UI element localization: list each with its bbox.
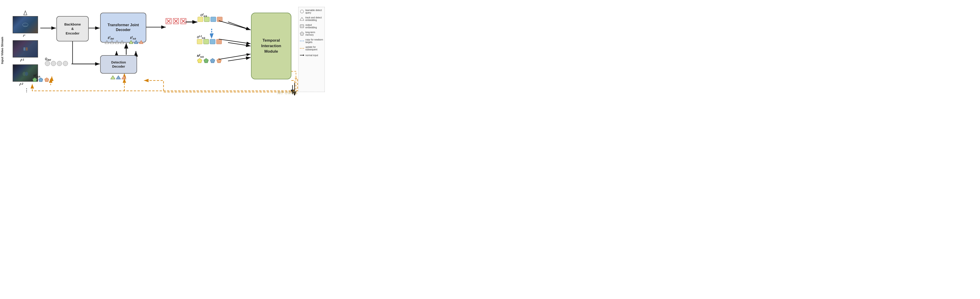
legend-box: learnable detect query track and detect … [298,7,325,92]
svg-marker-54 [197,59,202,63]
orange-up-arrow-mtck [49,76,54,83]
legend-update-label: update for subsequent [305,46,323,51]
temporal-interaction-module-box: TemporalInteractionModule [251,13,291,79]
legend-memory-label: long-term memory [305,31,323,36]
svg-marker-55 [204,59,208,63]
legend-detect-query-label: learnable detect query [305,9,323,14]
o-tck-t1-label: Ot-1tck [197,35,205,40]
svg-marker-77 [303,54,304,56]
legend-item-copy-newborn: copy for newborn targets [300,38,323,43]
legend-orange-dashed-icon [300,46,304,51]
e-det-label: Etdet [108,36,114,40]
sq-yellow-2 [197,39,202,44]
legend-track-embed-label: track and detect embedding [305,16,323,21]
svg-point-21 [22,23,28,27]
pentagon-blue-t [210,58,215,63]
legend-blue-dashed-icon [300,39,304,43]
svg-marker-69 [300,17,304,21]
m-tck-t-label: Mttck [197,53,204,58]
transformer-joint-decoder-label: Transformer JointDecoder [108,23,139,32]
sq-yellow-1 [197,17,203,22]
sq-blue-2 [210,39,215,44]
svg-marker-56 [210,59,215,63]
o-tck-t1-squares [197,39,222,44]
legend-black-arrow-icon [300,53,304,57]
svg-point-27 [25,72,28,76]
up-arrow-t [22,10,29,17]
svg-marker-71 [300,32,304,35]
legend-item-detect-query: learnable detect query [300,9,323,14]
q-det-label: Qdet [45,57,51,61]
pentagon-green-t [204,58,209,63]
legend-copy-newborn-label: copy for newborn targets [305,38,323,43]
orange-dashed-loop [30,71,299,97]
svg-marker-31 [120,41,124,44]
dots-label: ⋮ [24,87,29,93]
x-mark-2 [173,18,179,24]
arrow-x-to-o [185,19,199,25]
circle-2 [51,61,56,66]
sq-blue-1 [210,17,216,22]
svg-line-60 [219,39,251,44]
legend-output-embed-label: output embedding [305,24,323,29]
detection-decoder-box: DetectionDecoder [100,55,137,74]
temporal-interaction-module-label: TemporalInteractionModule [261,38,281,54]
diagram-container: Input Video Stream Iᵗ It-1 [0,0,326,100]
svg-marker-32 [129,41,133,44]
legend-item-update: update for subsequent [300,46,323,51]
sq-green-2 [204,39,209,44]
m-tck-t-pentagons [197,58,222,63]
detection-decoder-label: DetectionDecoder [111,60,126,68]
legend-item-memory: long-term memory [300,31,323,36]
pentagon-yellow-t [197,58,202,63]
svg-marker-34 [139,41,143,44]
circle-1 [45,61,50,66]
svg-line-59 [219,21,251,30]
circle-4 [63,61,68,66]
backbone-encoder-box: Backbone&Encoder [56,16,89,41]
q-det-circles [45,61,68,66]
frame-t1-label: It-1 [20,58,24,62]
e-tck-label: Ettck [130,36,136,40]
legend-square-icon [300,24,304,28]
sq-green-1 [204,17,210,22]
legend-item-normal-input: normal input [300,53,323,57]
x-marks [165,18,186,24]
x-mark-1 [165,18,172,24]
svg-line-61 [219,54,251,59]
legend-item-output-embed: output embedding [300,24,323,29]
svg-marker-29 [110,41,114,44]
e-det-triangles [105,40,124,44]
svg-marker-33 [134,41,138,44]
e-tck-triangles [129,40,143,44]
legend-circle-icon [300,9,304,14]
video-frame-t1 [13,40,38,57]
transformer-joint-decoder-box: Transformer JointDecoder [100,13,146,43]
input-video-stream-label: Input Video Stream [0,37,4,64]
svg-marker-23 [24,11,27,15]
video-frame-t [13,16,38,33]
legend-item-track-embed: track and detect embedding [300,16,323,21]
watermark: 知乎 @亚利民 [277,91,298,95]
legend-pentagon-icon [300,32,304,36]
frame-t2-label: It-2 [19,82,23,87]
arrows-to-temporal [219,14,252,71]
blue-dashed-down-arrow [209,29,214,40]
circle-3 [57,61,62,66]
backbone-encoder-label: Backbone&Encoder [64,22,81,36]
svg-marker-28 [105,41,109,44]
svg-rect-25 [26,47,28,51]
svg-rect-70 [300,25,304,28]
legend-normal-input-label: normal input [305,54,318,57]
svg-point-68 [300,10,304,13]
frame-t-label: Iᵗ [23,34,25,38]
legend-triangle-icon [300,17,304,21]
svg-marker-30 [115,41,119,44]
svg-rect-24 [24,47,25,51]
